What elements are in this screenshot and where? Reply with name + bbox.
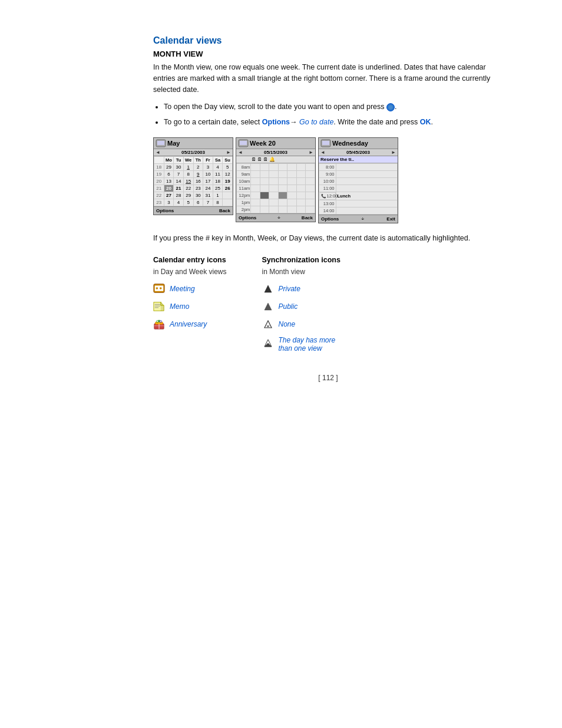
table-row: 14:00 [319, 207, 398, 215]
table-row: 18 293012345 [154, 164, 233, 171]
svg-marker-23 [265, 321, 272, 328]
anniversary-label: Anniversary [170, 320, 207, 328]
week-screen-header: Week 20 [236, 138, 315, 149]
month-footer: Options Back [154, 206, 233, 215]
svg-rect-3 [240, 141, 247, 145]
options-link: Options [262, 118, 290, 126]
table-row: 9am [237, 171, 315, 178]
table-row: 10:00 [319, 178, 398, 185]
anniversary-icon [153, 318, 165, 330]
table-row: 9:00 [319, 171, 398, 178]
phone-icon-week [238, 139, 249, 147]
sync-subtitle: in Month view [262, 268, 340, 276]
svg-rect-1 [157, 141, 164, 145]
table-row: 19 6789101112 [154, 171, 233, 178]
week-back-btn[interactable]: Back [302, 215, 313, 220]
icons-section: Calendar entry icons in Day and Week vie… [153, 256, 503, 356]
multiday-sync-icon [262, 337, 274, 349]
none-label: None [279, 320, 296, 328]
week-prev-arrow[interactable]: ◄ [238, 150, 243, 155]
day-event-header: Reserve the ti.. [319, 156, 398, 163]
week-date-bar: ◄ 05/15/2003 ► [236, 149, 315, 156]
svg-marker-21 [265, 285, 272, 292]
phone-icon-month [156, 139, 166, 147]
meeting-icon-row: Meeting [153, 283, 227, 295]
table-row: 8am [237, 164, 315, 171]
week-next-arrow[interactable]: ► [309, 150, 313, 155]
month-title: May [167, 140, 180, 147]
body-text-1: In the Month view, one row equals one we… [153, 62, 503, 95]
go-to-date-link: Go to date [299, 118, 333, 126]
multiday-label-block: The day has more than one view [279, 336, 336, 353]
table-row: 22 27282930311 [154, 192, 233, 199]
week-date: 05/15/2003 [243, 150, 309, 155]
meeting-icon [153, 283, 165, 295]
sync-title: Synchronization icons [262, 256, 340, 264]
table-row: 20 13141516171819 [154, 178, 233, 185]
month-options-btn[interactable]: Options [156, 208, 174, 213]
week-footer: Options ÷ Back [236, 213, 315, 222]
calendar-entry-subtitle: in Day and Week views [153, 268, 227, 276]
public-sync-icon [262, 301, 274, 312]
table-row: 12pm [237, 192, 315, 199]
day-date-bar: ◄ 05/45/2003 ► [319, 149, 398, 156]
month-date-bar: ◄ 05/21/2003 ► [154, 149, 233, 156]
week-title: Week 20 [250, 140, 276, 147]
week-options-btn[interactable]: Options [239, 215, 256, 220]
multiday-label-line1: The day has more [279, 336, 336, 344]
day-footer: Options ÷ Exit [319, 215, 398, 223]
anniversary-icon-row: Anniversary [153, 318, 227, 330]
month-back-btn[interactable]: Back [219, 208, 230, 213]
svg-rect-10 [154, 302, 161, 311]
calendar-entry-title: Calendar entry icons [153, 256, 227, 264]
day-exit-btn[interactable]: Exit [386, 216, 395, 222]
page-container: Calendar views MONTH VIEW In the Month v… [0, 0, 562, 417]
day-next-arrow[interactable]: ► [391, 150, 396, 155]
bullet-list: To open the Day view, scroll to the date… [164, 101, 503, 128]
day-screen: Wednesday ◄ 05/45/2003 ► Reserve the ti.… [318, 137, 398, 223]
table-row: 11:00 [319, 185, 398, 192]
day-options-btn[interactable]: Options [321, 216, 339, 222]
day-prev-arrow[interactable]: ◄ [320, 150, 325, 155]
public-sync-row: Public [262, 301, 340, 312]
screens-row: May ◄ 05/21/2003 ► MoTuWeThFrSaSu 18 29 [153, 137, 503, 223]
day-screen-header: Wednesday [319, 138, 398, 149]
month-grid: MoTuWeThFrSaSu 18 293012345 19 678910111… [154, 156, 233, 206]
month-screen-header: May [154, 138, 233, 149]
section-title: Calendar views [153, 35, 503, 46]
svg-rect-5 [322, 141, 329, 145]
private-sync-row: Private [262, 283, 340, 295]
svg-marker-22 [265, 303, 272, 310]
week-mid-btn[interactable]: ÷ [277, 215, 280, 220]
page-number: [ 112 ] [153, 374, 503, 382]
day-title: Wednesday [332, 140, 368, 147]
ok-link: OK [420, 118, 431, 126]
table-row: 2pm [237, 206, 315, 213]
private-label: Private [279, 285, 300, 293]
month-next-arrow[interactable]: ► [226, 150, 231, 155]
sync-icons-column: Synchronization icons in Month view Priv… [262, 256, 340, 356]
none-sync-icon [262, 318, 274, 330]
svg-point-9 [160, 287, 162, 289]
month-prev-arrow[interactable]: ◄ [156, 150, 160, 155]
calendar-entry-icons-column: Calendar entry icons in Day and Week vie… [153, 256, 227, 356]
multiday-sync-row: The day has more than one view [262, 336, 340, 353]
table-row: 23 345678 [154, 199, 233, 206]
table-row: 21 20 212223242526 [154, 185, 233, 192]
bullet-2: To go to a certain date, select Options→… [164, 116, 503, 128]
day-date: 05/45/2003 [325, 150, 391, 155]
table-row: 1pm [237, 199, 315, 206]
week-grid: 8am 9am 10am 11am [236, 163, 315, 213]
svg-point-8 [156, 287, 158, 289]
day-mid-btn[interactable]: ÷ [362, 216, 364, 222]
private-sync-icon [262, 283, 274, 295]
day-grid: 8:00 9:00 10:00 11:00 📞 12:00 [319, 163, 398, 215]
month-date: 05/21/2003 [160, 150, 226, 155]
meeting-label: Meeting [170, 285, 195, 293]
phone-icon-day [320, 139, 331, 147]
subsection-title: MONTH VIEW [153, 50, 503, 58]
week-screen: Week 20 ◄ 05/15/2003 ► 🗓 🗓 🗓 🔔 8 [236, 137, 316, 222]
public-label: Public [279, 302, 298, 311]
bullet-1: To open the Day view, scroll to the date… [164, 101, 503, 113]
week-icon-row: 🗓 🗓 🗓 🔔 [236, 156, 315, 163]
